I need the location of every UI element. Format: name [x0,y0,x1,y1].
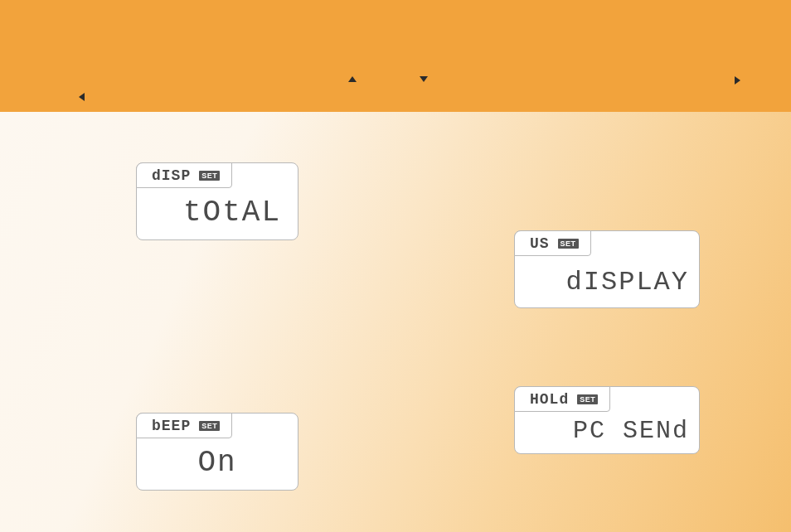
header-bar [0,0,791,112]
lcd-tab-hold: HOLd SET [514,386,610,412]
lcd-value-beep: On [137,446,298,480]
lcd-value-disp: tOtAL [137,196,281,230]
lcd-panel-hold: HOLd SET PC SENd [514,386,700,454]
triangle-up-icon [348,76,357,82]
lcd-tab-beep: bEEP SET [136,413,232,438]
lcd-tab-label: bEEP [152,418,191,434]
lcd-panel-disp: dISP SET tOtAL [136,162,298,240]
lcd-value-us: dISPLAY [515,267,689,297]
triangle-right-icon [735,76,740,85]
lcd-tab-label: HOLd [530,391,569,408]
triangle-left-icon [79,93,85,101]
set-badge: SET [199,171,220,181]
triangle-down-icon [420,76,428,82]
lcd-tab-label: US [530,235,550,252]
lcd-value-hold: PC SENd [515,417,689,445]
set-badge: SET [558,239,579,249]
lcd-panel-us: US SET dISPLAY [514,230,700,308]
lcd-tab-disp: dISP SET [136,162,232,188]
set-badge: SET [577,394,598,404]
set-badge: SET [199,421,220,431]
lcd-panel-beep: bEEP SET On [136,413,298,491]
lcd-tab-label: dISP [152,167,191,184]
lcd-tab-us: US SET [514,230,591,256]
